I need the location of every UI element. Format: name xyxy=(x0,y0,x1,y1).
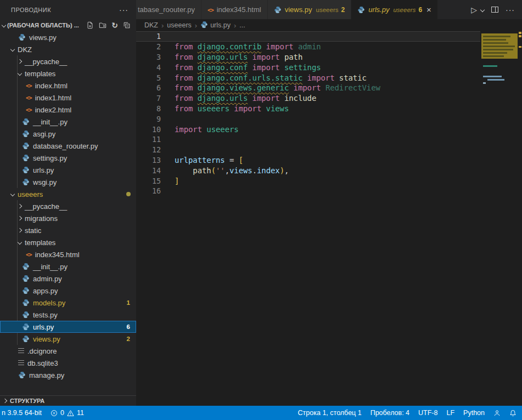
breadcrumb-label: useeers xyxy=(167,21,191,29)
tree-item-asgi.py[interactable]: asgi.py xyxy=(0,128,136,140)
statusbar-feedback[interactable] xyxy=(493,410,501,417)
line-number[interactable]: 10 xyxy=(136,125,161,134)
line-number[interactable]: 2 xyxy=(136,42,161,51)
tree-item-tests.py[interactable]: tests.py xyxy=(0,309,136,321)
line-number[interactable]: 6 xyxy=(136,83,161,92)
outline-section-header[interactable]: СТРУКТУРА xyxy=(0,395,136,406)
line-text: from django.views.generic import Redirec… xyxy=(161,83,380,92)
tree-item-__pycache__[interactable]: __pycache__ xyxy=(0,55,136,67)
tree-item-models.py[interactable]: models.py1 xyxy=(0,297,136,309)
line-number[interactable]: 3 xyxy=(136,53,161,61)
statusbar-cursor-position[interactable]: Строка 1, столбец 1 xyxy=(298,409,362,417)
breadcrumb-item-...[interactable]: ... xyxy=(239,21,245,29)
tree-item-urls.py[interactable]: urls.py6 xyxy=(0,321,136,333)
line-number[interactable]: 12 xyxy=(136,145,161,154)
tree-item-__pycache__[interactable]: __pycache__ xyxy=(0,200,136,212)
code-token: path xyxy=(284,53,302,61)
new-file-icon[interactable] xyxy=(86,21,94,29)
line-number[interactable]: 8 xyxy=(136,104,161,113)
tree-item-database_roouter.py[interactable]: database_roouter.py xyxy=(0,140,136,152)
line-number[interactable]: 14 xyxy=(136,166,161,175)
tree-item-label: views.py xyxy=(33,335,60,343)
more-actions-icon[interactable]: ··· xyxy=(506,5,515,14)
breadcrumb-item-DKZ[interactable]: DKZ xyxy=(144,21,158,29)
line-number[interactable]: 11 xyxy=(136,135,161,144)
statusbar-eol[interactable]: LF xyxy=(446,409,454,417)
tree-item-index.html[interactable]: <>index.html xyxy=(0,80,136,92)
statusbar-encoding[interactable]: UTF-8 xyxy=(418,409,437,417)
code-token: settings xyxy=(284,63,321,72)
tree-item-templates[interactable]: templates xyxy=(0,67,136,80)
line-number[interactable]: 15 xyxy=(136,177,161,185)
workspace-section-header[interactable]: (РАБОЧАЯ ОБЛАСТЬ) ... ↻ xyxy=(0,19,136,31)
line-number[interactable]: 4 xyxy=(136,63,161,72)
chevron-right-icon xyxy=(18,216,22,220)
run-icon[interactable]: ▷ xyxy=(471,5,477,14)
statusbar-indentation[interactable]: Пробелов: 4 xyxy=(371,409,409,417)
explorer-more-actions-icon[interactable]: ··· xyxy=(119,5,128,14)
tree-item-db.sqlite3[interactable]: db.sqlite3 xyxy=(0,357,136,369)
tab-views.py[interactable]: views.pyuseeers2 xyxy=(268,0,351,19)
tree-item-apps.py[interactable]: apps.py xyxy=(0,285,136,297)
tree-item-index1.html[interactable]: <>index1.html xyxy=(0,92,136,104)
breadcrumb-item-urls.py[interactable]: urls.py xyxy=(200,21,231,30)
python-icon xyxy=(274,6,282,14)
code-token: django.conf.urls.static xyxy=(198,73,303,82)
collapse-all-icon[interactable] xyxy=(123,21,131,29)
code-line: 14 path('',views.index), xyxy=(136,165,522,175)
code-token: django.views.generic xyxy=(198,83,289,92)
tree-item-useeers[interactable]: useeers xyxy=(0,188,136,200)
tree-item-__init__.py[interactable]: __init__.py xyxy=(0,116,136,128)
statusbar-python-interpreter[interactable]: n 3.9.5 64-bit xyxy=(2,409,42,417)
tree-item-index345.html[interactable]: <>index345.html xyxy=(0,248,136,260)
tree-item-wsgi.py[interactable]: wsgi.py xyxy=(0,176,136,188)
tree-item-urls.py[interactable]: urls.py xyxy=(0,164,136,176)
tree-item-label: __pycache__ xyxy=(25,202,67,211)
line-number[interactable]: 13 xyxy=(136,156,161,164)
line-text: from django.urls import path xyxy=(161,53,302,61)
statusbar-notifications[interactable] xyxy=(509,410,517,417)
breadcrumb-item-useeers[interactable]: useeers xyxy=(167,21,191,29)
tree-item-index2.html[interactable]: <>index2.html xyxy=(0,104,136,116)
explorer-sidebar: ПРОВОДНИК ··· (РАБОЧАЯ ОБЛАСТЬ) ... ↻ vi… xyxy=(0,0,136,406)
code-token: import xyxy=(248,63,284,72)
code-line: 15] xyxy=(136,175,522,186)
tree-item-.dcignore[interactable]: .dcignore xyxy=(0,345,136,357)
refresh-icon[interactable]: ↻ xyxy=(111,21,118,29)
close-icon[interactable]: × xyxy=(426,5,431,14)
tree-item-manage.py[interactable]: manage.py xyxy=(0,369,136,381)
tree-item-settings.py[interactable]: settings.py xyxy=(0,152,136,164)
problems-badge: 1 xyxy=(127,299,130,306)
line-number[interactable]: 16 xyxy=(136,186,161,195)
tab-tabase_roouter.py[interactable]: tabase_roouter.py xyxy=(136,0,201,19)
new-folder-icon[interactable] xyxy=(99,21,106,29)
code-token xyxy=(175,166,193,175)
tab-urls.py[interactable]: urls.pyuseeers6× xyxy=(351,0,438,19)
python-icon xyxy=(22,118,30,126)
line-number[interactable]: 9 xyxy=(136,115,161,123)
tab-label: urls.py xyxy=(368,5,389,14)
tree-item-__init__.py[interactable]: __init__.py xyxy=(0,260,136,273)
ruler-warning-mark xyxy=(519,35,521,37)
tree-item-views.py[interactable]: views.py2 xyxy=(0,333,136,345)
tree-item-DKZ[interactable]: DKZ xyxy=(0,43,136,55)
split-editor-icon[interactable] xyxy=(491,7,498,13)
statusbar-language-mode[interactable]: Python xyxy=(463,409,485,417)
tree-item-migrations[interactable]: migrations xyxy=(0,212,136,224)
tree-item-views.py[interactable]: views.py xyxy=(0,31,136,43)
tab-index345.html[interactable]: <>index345.html xyxy=(201,0,268,19)
minimap-line xyxy=(483,52,507,54)
tree-item-static[interactable]: static xyxy=(0,224,136,236)
line-number[interactable]: 1 xyxy=(136,32,161,41)
minimap[interactable] xyxy=(481,31,518,113)
minimap-line xyxy=(483,46,515,47)
code-editor[interactable]: 12from django.contrib import admin3from … xyxy=(136,31,522,406)
line-number[interactable]: 7 xyxy=(136,94,161,103)
chevron-down-icon[interactable] xyxy=(480,7,485,12)
tree-item-admin.py[interactable]: admin.py xyxy=(0,273,136,285)
error-icon xyxy=(50,410,58,417)
line-number[interactable]: 5 xyxy=(136,73,161,82)
code-token: useeers xyxy=(198,104,229,113)
statusbar-problems[interactable]: 011 xyxy=(50,409,84,417)
tree-item-templates[interactable]: templates xyxy=(0,236,136,248)
